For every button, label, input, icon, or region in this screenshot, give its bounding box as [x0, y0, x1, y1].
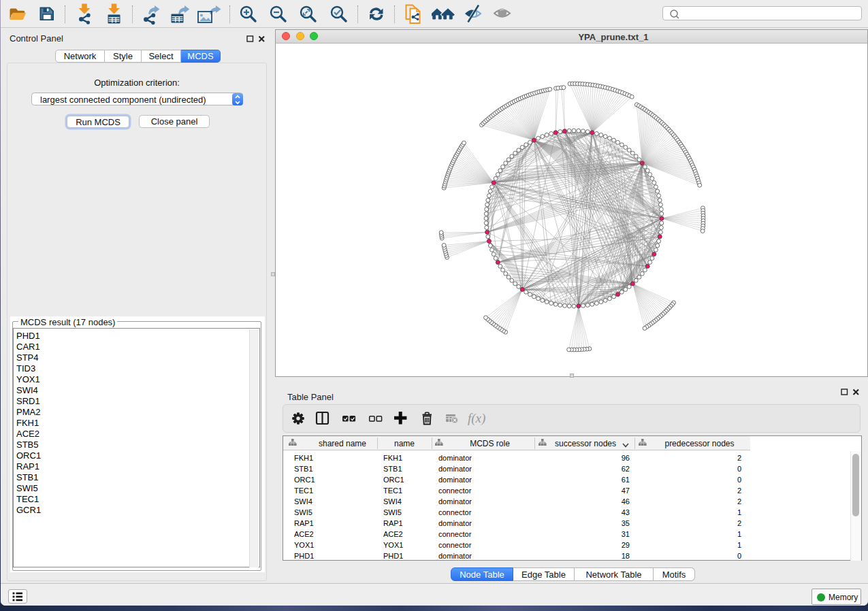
- svg-text:f(x): f(x): [468, 411, 485, 426]
